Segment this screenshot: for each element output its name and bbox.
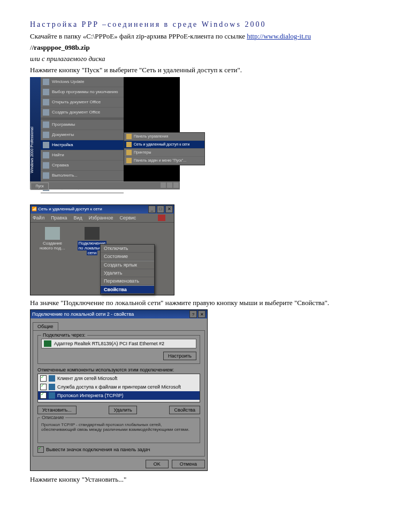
window-title: 📶 Сеть и удаленный доступ к сети	[32, 207, 102, 211]
start-item-run[interactable]: Выполнить...	[41, 171, 124, 181]
start-item-documents[interactable]: Документы	[41, 130, 124, 140]
remove-button[interactable]: Удалить	[109, 406, 136, 414]
start-item-find[interactable]: Найти	[41, 150, 124, 161]
checkbox-icon[interactable]	[40, 375, 47, 382]
nic-icon	[44, 340, 51, 347]
window-titlebar: 📶 Сеть и удаленный доступ к сети _ □ ✕	[31, 205, 174, 214]
component-row[interactable]: Служба доступа к файлам и принтерам сете…	[38, 383, 200, 391]
properties-button[interactable]: Свойства	[169, 406, 200, 414]
group-components-label: Отмеченные компоненты используются этим …	[37, 367, 200, 373]
intro-paragraph: Скачайте в папку «C:\PPPoE» файл zip-арх…	[30, 32, 383, 41]
ctx-delete[interactable]: Удалить	[101, 269, 154, 277]
adapter-field: Адаптер Realtek RTL8139(A) PCI Fast Ethe…	[41, 339, 196, 348]
start-item[interactable]: Выбор программы по умолчанию	[41, 87, 124, 97]
submenu-item-network[interactable]: Сеть и удаленный доступ к сети	[124, 141, 204, 149]
start-item[interactable]: Создать документ Office	[41, 108, 124, 118]
configure-button[interactable]: Настроить	[163, 352, 196, 360]
group-connect-via: Подключить через:	[41, 332, 87, 338]
install-button[interactable]: Установить...	[37, 406, 77, 414]
menu-favorites[interactable]: Избранное	[89, 215, 113, 221]
menu-edit[interactable]: Правка	[51, 215, 67, 221]
ctx-status[interactable]: Состояние	[101, 253, 154, 261]
start-item-help[interactable]: Справка	[41, 161, 124, 171]
checkbox-icon[interactable]	[40, 384, 47, 390]
close-button[interactable]: ✕	[198, 310, 206, 318]
help-button[interactable]: ?	[189, 310, 197, 318]
taskbar: Пуск	[30, 181, 180, 189]
start-sideband: Windows 2000 Professional	[30, 77, 41, 189]
checkbox-icon[interactable]	[40, 392, 47, 399]
ctx-disconnect[interactable]: Отключить	[101, 245, 154, 253]
components-list[interactable]: Клиент для сетей Microsoft Служба доступ…	[37, 374, 200, 402]
ctx-properties[interactable]: Свойства	[101, 286, 154, 294]
component-icon	[49, 392, 55, 399]
screenshot-network-folder: 📶 Сеть и удаленный доступ к сети _ □ ✕ Ф…	[30, 204, 174, 295]
start-button[interactable]: Пуск	[31, 183, 49, 190]
ok-button[interactable]: OK	[146, 460, 169, 468]
menubar-overflow-icon[interactable]	[158, 215, 165, 221]
submenu-item-controlpanel[interactable]: Панель управления	[124, 133, 204, 141]
document-page: Настройка PPP –соединения в среде Window…	[0, 0, 411, 532]
description-label: Описание	[40, 415, 65, 420]
start-menu: Windows Update Выбор программы по умолча…	[41, 77, 124, 187]
tray-checkbox-label: Вывести значок подключения на панель зад…	[46, 447, 150, 452]
dialog-titlebar: Подключение по локальной сети 2 - свойст…	[31, 310, 207, 318]
close-button[interactable]: ✕	[165, 206, 173, 213]
icon-new-connection[interactable]: Созданиенового под…	[34, 227, 71, 250]
new-connection-icon	[45, 227, 60, 240]
ctx-shortcut[interactable]: Создать ярлык	[101, 261, 154, 269]
start-item-settings[interactable]: Настройка	[41, 140, 124, 150]
submenu-item-printers[interactable]: Принтеры	[124, 149, 204, 157]
step2-text: На значке "Подключение по локальной сети…	[30, 299, 383, 308]
component-row-tcpip[interactable]: Протокол Интернета (TCP/IP)	[38, 391, 200, 400]
cancel-button[interactable]: Отмена	[172, 460, 205, 468]
component-icon	[49, 375, 55, 382]
menubar: Файл Правка Вид Избранное Сервис	[31, 214, 174, 223]
step3-text: Нажмите кнопку "Установить..."	[30, 475, 383, 484]
zip-filename: //raspppoe_098b.zip	[30, 43, 383, 52]
dialog-title: Подключение по локальной сети 2 - свойст…	[32, 311, 134, 317]
start-item[interactable]: Открыть документ Office	[41, 97, 124, 108]
description-box: Описание Протокол TCP/IP - стандартный п…	[37, 417, 200, 443]
insert-disk-note: или с прилагаемого диска	[30, 55, 383, 64]
page-title: Настройка PPP –соединения в среде Window…	[30, 20, 383, 29]
submenu-item-taskbar[interactable]: Панель задач и меню "Пуск"...	[124, 157, 204, 165]
tab-general[interactable]: Общие	[33, 322, 58, 330]
start-item-programs[interactable]: Программы	[41, 120, 124, 130]
start-item[interactable]: Windows Update	[41, 77, 124, 87]
maximize-button[interactable]: □	[157, 206, 164, 213]
settings-submenu: Панель управления Сеть и удаленный досту…	[124, 132, 205, 165]
ctx-rename[interactable]: Переименовать	[101, 277, 154, 285]
tray-checkbox[interactable]	[37, 446, 44, 453]
minimize-button[interactable]: _	[148, 206, 156, 213]
lan-connection-icon	[85, 227, 100, 240]
context-menu: Отключить Состояние Создать ярлык Удалит…	[100, 244, 155, 294]
download-link[interactable]: http://www.dialog-it.ru	[247, 32, 311, 40]
menu-tools[interactable]: Сервис	[119, 215, 136, 221]
step1-text: Нажмите кнопку "Пуск" и выберите "Сеть и…	[30, 66, 383, 75]
component-row[interactable]: Клиент для сетей Microsoft	[38, 374, 200, 383]
menu-file[interactable]: Файл	[33, 215, 44, 221]
screenshot-start-menu: Windows 2000 Professional Windows Update…	[30, 77, 180, 189]
tray-icons	[159, 183, 179, 188]
component-icon	[49, 384, 55, 390]
screenshot-properties-dialog: Подключение по локальной сети 2 - свойст…	[30, 309, 208, 471]
menu-view[interactable]: Вид	[74, 215, 82, 221]
